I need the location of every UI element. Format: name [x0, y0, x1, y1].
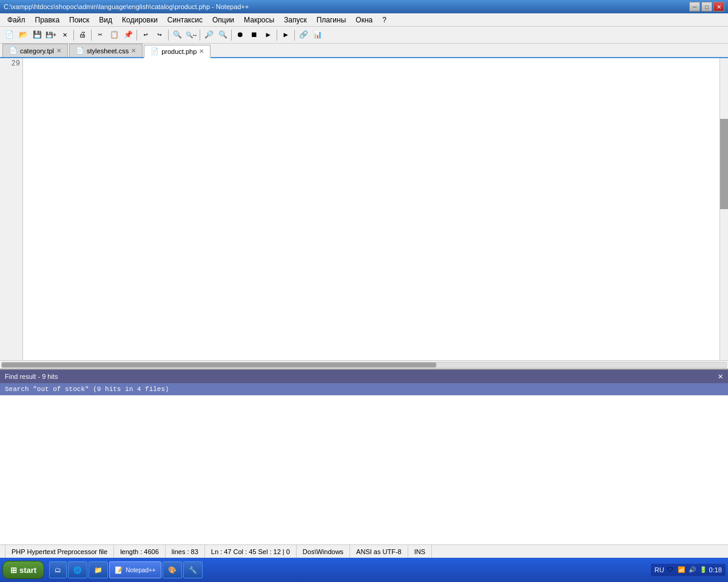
redo-button[interactable]: ↪ — [153, 28, 166, 42]
file-type-status: PHP Hypertext Preprocessor file — [5, 545, 114, 558]
status-bar: PHP Hypertext Preprocessor file length :… — [0, 544, 728, 558]
browser-icon: 🌐 — [73, 566, 82, 574]
ins-status: INS — [408, 545, 432, 558]
h-scroll-track[interactable] — [1, 362, 727, 368]
zoom-out-button[interactable]: 🔍 — [216, 28, 229, 42]
app3-icon: 📁 — [94, 566, 103, 574]
line-numbers: 29 — [0, 58, 23, 360]
print-button[interactable]: 🖨 — [76, 28, 89, 42]
file-type-label: PHP Hypertext Preprocessor file — [12, 548, 107, 555]
toolbar-sep7 — [277, 30, 277, 41]
menu-settings[interactable]: Опции — [207, 15, 239, 25]
menu-macros[interactable]: Макросы — [239, 15, 279, 25]
new-button[interactable]: 📄 — [2, 28, 16, 42]
encoding-label: ANSI as UTF-8 — [356, 548, 402, 555]
menu-language[interactable]: Синтаксис — [163, 15, 207, 25]
tab-product[interactable]: 📄 product.php ✕ — [144, 45, 211, 58]
app6-icon: 🔧 — [189, 566, 197, 574]
horizontal-scrollbar[interactable] — [0, 360, 728, 369]
undo-button[interactable]: ↩ — [139, 28, 152, 42]
window-title: C:\xampp\htdocs\shopoc\admin\language\en… — [4, 3, 249, 10]
copy-button[interactable]: 📋 — [107, 28, 121, 42]
toolbar-sep2 — [91, 30, 92, 41]
lines-label: lines : 83 — [172, 548, 198, 555]
length-status: length : 4606 — [114, 545, 166, 558]
zoom-in-button[interactable]: 🔎 — [202, 28, 215, 42]
menu-search[interactable]: Поиск — [64, 15, 94, 25]
tab-category[interactable]: 📄 category.tpl ✕ — [2, 44, 68, 57]
run-button[interactable]: ▶ — [279, 28, 292, 42]
close-button[interactable]: ✕ — [713, 2, 724, 12]
find-title-bar: Search "out of stock" (9 hits in 4 files… — [0, 383, 728, 395]
menu-windows[interactable]: Окна — [351, 15, 377, 25]
tab-category-close[interactable]: ✕ — [56, 47, 61, 54]
close-button2[interactable]: ✕ — [58, 28, 72, 42]
record-macro-button[interactable]: ⏺ — [234, 28, 247, 42]
menu-file[interactable]: Файл — [2, 15, 30, 25]
menu-view[interactable]: Вид — [94, 15, 117, 25]
tabs-bar: 📄 category.tpl ✕ 📄 stylesheet.css ✕ 📄 pr… — [0, 44, 728, 58]
line-ending-label: Dos\Windows — [303, 548, 343, 555]
network-icon: 📶 — [676, 565, 686, 575]
start-label: start — [19, 566, 36, 575]
find-results[interactable] — [0, 395, 728, 544]
menu-help[interactable]: ? — [377, 15, 391, 25]
paste-button[interactable]: 📌 — [121, 28, 135, 42]
length-label: length : 4606 — [120, 548, 159, 555]
find-title: Search "out of stock" (9 hits in 4 files… — [5, 386, 169, 393]
toolbar-sep4 — [168, 30, 169, 41]
toolbar: 📄 📂 💾 💾+ ✕ 🖨 ✂ 📋 📌 ↩ ↪ 🔍 🔍↔ 🔎 🔍 ⏺ ⏹ ▶ ▶ … — [0, 27, 728, 44]
taskbar-item-explorer[interactable]: 🗂 — [49, 561, 67, 578]
tab-category-label: category.tpl — [20, 47, 54, 55]
find-button[interactable]: 🔍 — [170, 28, 184, 42]
save-all-button[interactable]: 💾+ — [44, 28, 58, 42]
maximize-button[interactable]: □ — [701, 2, 712, 12]
code-editor: 29 — [0, 58, 728, 360]
minimize-button[interactable]: ─ — [689, 2, 700, 12]
title-bar: C:\xampp\htdocs\shopoc\admin\language\en… — [0, 0, 728, 13]
find-replace-button[interactable]: 🔍↔ — [184, 28, 198, 42]
taskbar-item-notepadpp[interactable]: 📝 Notepad++ — [109, 561, 161, 578]
code-content[interactable] — [23, 58, 720, 360]
taskbar-items: 🗂 🌐 📁 📝 Notepad++ 🎨 🔧 — [49, 561, 651, 578]
tab-category-icon: 📄 — [9, 47, 18, 55]
v-scroll-thumb[interactable] — [720, 119, 728, 209]
lines-status: lines : 83 — [166, 545, 205, 558]
find-panel-close[interactable]: ✕ — [718, 373, 723, 381]
menu-plugins[interactable]: Плагины — [312, 15, 351, 25]
sync-button[interactable]: 🔗 — [297, 28, 310, 42]
taskbar-item-app3[interactable]: 📁 — [89, 561, 108, 578]
taskbar-item-photoshop[interactable]: 🎨 — [163, 561, 182, 578]
menu-run[interactable]: Запуск — [279, 15, 312, 25]
save-button[interactable]: 💾 — [30, 28, 44, 42]
photoshop-icon: 🎨 — [168, 566, 177, 574]
start-button[interactable]: ⊞ start — [2, 561, 44, 579]
taskbar-item-browser[interactable]: 🌐 — [68, 561, 87, 578]
menu-edit[interactable]: Правка — [30, 15, 65, 25]
taskbar: ⊞ start 🗂 🌐 📁 📝 Notepad++ 🎨 🔧 RU 🛡 📶 🔊 — [0, 558, 728, 582]
cut-button[interactable]: ✂ — [93, 28, 107, 42]
clock-time: 0:18 — [709, 566, 722, 574]
menu-encoding[interactable]: Кодировки — [117, 15, 163, 25]
line-ending-status: Dos\Windows — [297, 545, 350, 558]
stop-macro-button[interactable]: ⏹ — [248, 28, 261, 42]
explorer-icon: 🗂 — [55, 566, 61, 574]
tab-product-close[interactable]: ✕ — [199, 48, 204, 55]
line-num-29: 29 — [0, 58, 22, 69]
toolbar-sep3 — [136, 30, 137, 41]
toolbar-sep6 — [231, 30, 232, 41]
h-scroll-thumb[interactable] — [2, 363, 436, 367]
taskbar-right: RU 🛡 📶 🔊 🔋 0:18 — [651, 564, 726, 576]
open-button[interactable]: 📂 — [16, 28, 30, 42]
windows-icon: ⊞ — [10, 566, 17, 575]
menu-bar: Файл Правка Поиск Вид Кодировки Синтакси… — [0, 13, 728, 27]
toolbar-sep5 — [200, 30, 200, 41]
vertical-scrollbar[interactable] — [720, 58, 728, 360]
taskbar-item-app6[interactable]: 🔧 — [183, 561, 203, 578]
tab-stylesheet[interactable]: 📄 stylesheet.css ✕ — [69, 44, 143, 57]
doc-map-button[interactable]: 📊 — [311, 28, 324, 42]
tab-product-icon: 📄 — [150, 47, 159, 55]
tab-stylesheet-close[interactable]: ✕ — [131, 47, 136, 54]
encoding-status: ANSI as UTF-8 — [350, 545, 408, 558]
play-macro-button[interactable]: ▶ — [261, 28, 275, 42]
